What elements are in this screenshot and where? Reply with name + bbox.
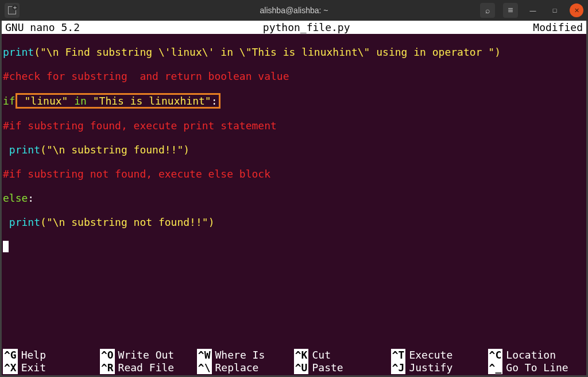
maximize-button[interactable]: □ bbox=[548, 3, 562, 17]
nano-filename: python_file.py bbox=[80, 21, 533, 33]
nano-shortcuts: ^GHelp ^OWrite Out ^WWhere Is ^KCut ^TEx… bbox=[2, 349, 586, 375]
shortcut-justify[interactable]: ^JJustify bbox=[391, 361, 488, 374]
shortcut-read-file[interactable]: ^RRead File bbox=[100, 361, 197, 374]
search-icon bbox=[485, 6, 490, 15]
terminal-area[interactable]: GNU nano 5.2 python_file.py Modified pri… bbox=[0, 21, 588, 377]
code-line-6: #if substring not found, execute else bl… bbox=[3, 168, 585, 180]
shortcut-help[interactable]: ^GHelp bbox=[3, 349, 100, 361]
code-line-5: print("\n substring found!!") bbox=[3, 144, 585, 156]
nano-header: GNU nano 5.2 python_file.py Modified bbox=[2, 21, 586, 34]
close-button[interactable]: ✕ bbox=[570, 3, 583, 17]
minimize-button[interactable]: — bbox=[526, 3, 540, 17]
code-line-7: else: bbox=[3, 192, 585, 204]
hamburger-menu-button[interactable] bbox=[503, 3, 518, 18]
minimize-icon: — bbox=[530, 7, 536, 14]
menu-icon bbox=[508, 5, 513, 16]
shortcut-row-1: ^GHelp ^OWrite Out ^WWhere Is ^KCut ^TEx… bbox=[3, 349, 585, 361]
code-line-4: #if substring found, execute print state… bbox=[3, 120, 585, 132]
shortcut-location[interactable]: ^CLocation bbox=[488, 349, 585, 361]
new-tab-button[interactable] bbox=[5, 3, 20, 18]
shortcut-cut[interactable]: ^KCut bbox=[294, 349, 391, 361]
shortcut-write-out[interactable]: ^OWrite Out bbox=[100, 349, 197, 361]
nano-app-version: GNU nano 5.2 bbox=[5, 21, 80, 33]
new-tab-icon bbox=[8, 6, 16, 14]
nano-status: Modified bbox=[533, 21, 583, 33]
cursor-line bbox=[3, 240, 585, 252]
code-line-8: print("\n substring not found!!") bbox=[3, 216, 585, 228]
close-icon: ✕ bbox=[574, 7, 579, 14]
shortcut-execute[interactable]: ^TExecute bbox=[391, 349, 488, 361]
code-line-2: #check for substring and return boolean … bbox=[3, 70, 585, 82]
editor-content[interactable]: print("\n Find substring \'linux\' in \"… bbox=[2, 34, 586, 349]
shortcut-where-is[interactable]: ^WWhere Is bbox=[197, 349, 294, 361]
shortcut-goto-line[interactable]: ^_Go To Line bbox=[488, 361, 585, 374]
shortcut-row-2: ^XExit ^RRead File ^\Replace ^UPaste ^JJ… bbox=[3, 361, 585, 374]
code-line-3: if "linux" in "This is linuxhint": bbox=[3, 94, 585, 107]
window-titlebar: alishba@alishba: ~ — □ ✕ bbox=[0, 0, 588, 21]
shortcut-replace[interactable]: ^\Replace bbox=[197, 361, 294, 374]
code-line-1: print("\n Find substring \'linux\' in \"… bbox=[3, 46, 585, 58]
maximize-icon: □ bbox=[553, 7, 557, 14]
shortcut-exit[interactable]: ^XExit bbox=[3, 361, 100, 374]
cursor bbox=[3, 241, 9, 252]
search-button[interactable] bbox=[480, 3, 495, 18]
window-title: alishba@alishba: ~ bbox=[260, 6, 328, 15]
shortcut-paste[interactable]: ^UPaste bbox=[294, 361, 391, 374]
highlight-box: "linux" in "This is linuxhint": bbox=[16, 93, 220, 109]
